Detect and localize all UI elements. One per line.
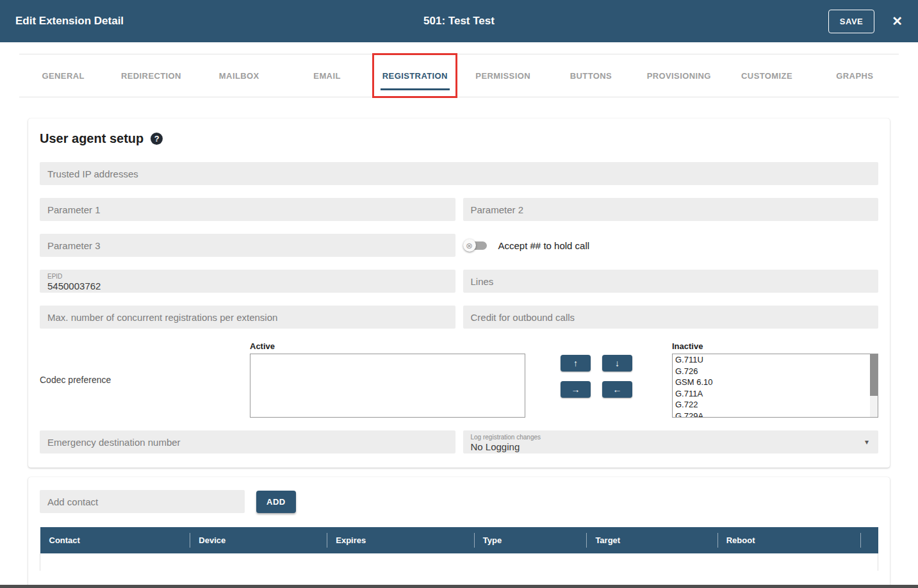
contacts-table: Contact Device Expires Type Target Reboo… xyxy=(40,527,878,571)
add-contact-button[interactable]: ADD xyxy=(256,491,296,513)
tab-email[interactable]: EMAIL xyxy=(283,54,371,97)
chevron-down-icon: ▾ xyxy=(865,437,869,446)
log-registration-value: No Logging xyxy=(471,441,871,453)
tab-mailbox[interactable]: MAILBOX xyxy=(195,54,283,97)
col-target: Target xyxy=(586,527,717,553)
codec-preference-label: Codec preference xyxy=(40,375,250,385)
listbox-scrollbar[interactable] xyxy=(870,354,878,417)
log-registration-select[interactable]: Log registration changes No Logging ▾ xyxy=(463,430,879,453)
tab-general[interactable]: GENERAL xyxy=(19,54,107,97)
move-right-button[interactable]: → xyxy=(561,381,591,398)
codec-option[interactable]: G.729A xyxy=(673,411,878,418)
epid-label: EPID xyxy=(47,273,448,281)
emergency-number-input[interactable] xyxy=(40,430,455,453)
codec-move-buttons: ↑ ↓ → ← xyxy=(561,341,632,418)
col-contact: Contact xyxy=(40,527,190,553)
user-agent-setup-card: User agent setup ? ⊗ Accept ## to hold c… xyxy=(28,118,890,468)
col-spacer xyxy=(860,527,878,553)
tab-permission[interactable]: PERMISSION xyxy=(459,54,546,97)
codec-inactive-label: Inactive xyxy=(672,341,878,351)
move-left-button[interactable]: ← xyxy=(602,381,632,398)
dialog-header: Edit Extension Detail 501: Test Test SAV… xyxy=(0,0,918,42)
tab-customize[interactable]: CUSTOMIZE xyxy=(723,54,810,97)
bottom-edge-strip xyxy=(0,585,918,588)
codec-active-label: Active xyxy=(250,341,525,351)
contacts-card: ADD Contact Device Expires Type Target R… xyxy=(28,477,890,588)
scrollbar-thumb[interactable] xyxy=(870,354,878,396)
col-reboot: Reboot xyxy=(717,527,860,553)
move-down-button[interactable]: ↓ xyxy=(602,355,632,372)
credit-outbound-input[interactable] xyxy=(463,306,879,329)
close-icon[interactable]: ✕ xyxy=(892,15,903,28)
section-title: User agent setup xyxy=(40,131,143,146)
accept-hold-toggle[interactable]: ⊗ Accept ## to hold call xyxy=(463,234,879,257)
codec-inactive-listbox[interactable]: G.711U G.726 GSM 6.10 G.711A G.722 G.729… xyxy=(672,354,878,418)
tab-buttons[interactable]: BUTTONS xyxy=(547,54,635,97)
tab-registration[interactable]: REGISTRATION xyxy=(371,54,459,97)
parameter3-input[interactable] xyxy=(40,234,455,257)
codec-preference-section: Codec preference Active ↑ ↓ → ← Inactive… xyxy=(40,341,878,418)
epid-value: 5450003762 xyxy=(47,281,448,292)
arrow-left-icon: ← xyxy=(613,384,622,395)
tab-bar: GENERAL REDIRECTION MAILBOX EMAIL REGIST… xyxy=(19,54,899,97)
codec-active-listbox[interactable] xyxy=(250,354,525,418)
codec-option[interactable]: G.726 xyxy=(673,366,878,377)
codec-option[interactable]: G.711U xyxy=(673,354,878,366)
tab-graphs[interactable]: GRAPHS xyxy=(811,54,899,97)
trusted-ip-input[interactable] xyxy=(40,162,878,185)
epid-field[interactable]: EPID 5450003762 xyxy=(40,270,455,293)
dialog-title: Edit Extension Detail xyxy=(15,15,124,28)
accept-hold-label: Accept ## to hold call xyxy=(498,240,590,251)
parameter2-input[interactable] xyxy=(463,198,879,221)
save-button[interactable]: SAVE xyxy=(828,10,874,33)
col-device: Device xyxy=(190,527,327,553)
move-up-button[interactable]: ↑ xyxy=(561,355,591,372)
max-registrations-input[interactable] xyxy=(40,306,455,329)
codec-option[interactable]: G.722 xyxy=(673,399,878,411)
add-contact-input[interactable] xyxy=(40,490,245,513)
col-expires: Expires xyxy=(327,527,473,553)
tab-provisioning[interactable]: PROVISIONING xyxy=(635,54,723,97)
col-type: Type xyxy=(474,527,587,553)
arrow-up-icon: ↑ xyxy=(573,358,578,368)
contacts-empty-row xyxy=(40,553,878,571)
contacts-table-header-row: Contact Device Expires Type Target Reboo… xyxy=(40,527,878,553)
arrow-down-icon: ↓ xyxy=(615,358,619,368)
arrow-right-icon: → xyxy=(571,384,580,395)
codec-option[interactable]: GSM 6.10 xyxy=(673,377,878,388)
toggle-off-icon: ⊗ xyxy=(463,239,488,252)
lines-input[interactable] xyxy=(463,270,879,293)
help-icon[interactable]: ? xyxy=(151,133,163,145)
tab-redirection[interactable]: REDIRECTION xyxy=(107,54,195,97)
parameter1-input[interactable] xyxy=(40,198,455,221)
log-registration-label: Log registration changes xyxy=(471,434,871,441)
codec-option[interactable]: G.711A xyxy=(673,388,878,400)
extension-title: 501: Test Test xyxy=(0,15,918,28)
